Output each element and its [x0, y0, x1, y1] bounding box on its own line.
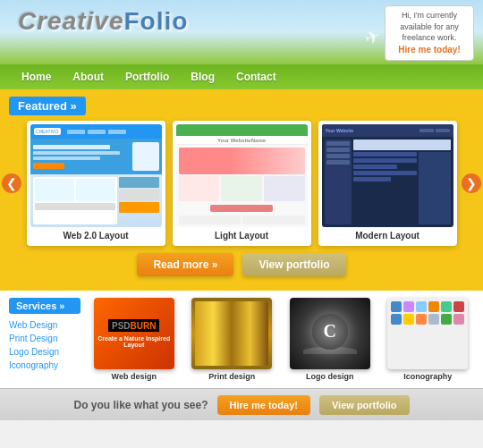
- featured-nav-right[interactable]: ❯: [462, 173, 481, 193]
- service-card-iconography[interactable]: Iconography: [382, 298, 475, 381]
- web20-hero-text: [33, 145, 130, 169]
- icon-heart: [453, 314, 464, 325]
- services-sidebar: Services » Web Design Print Design Logo …: [9, 298, 80, 381]
- service-card-webdesign[interactable]: PSDBURN Create a Nature InspiredLayout W…: [88, 298, 181, 381]
- logo-design-inner: C: [303, 314, 357, 354]
- logo: CreativeFolio: [18, 7, 188, 36]
- view-portfolio-button[interactable]: View portfolio: [242, 253, 345, 276]
- footer-bar: Do you like what you see? Hire me today!…: [0, 388, 483, 420]
- hire-link[interactable]: Hire me today!: [398, 45, 460, 55]
- light-content: [179, 176, 305, 201]
- service-item-logodesign[interactable]: Logo Design: [9, 345, 80, 359]
- view-portfolio-footer-button[interactable]: View portfolio: [319, 395, 410, 415]
- web20-logo: CREATIVO: [34, 128, 61, 135]
- footer-text: Do you like what you see?: [74, 399, 208, 411]
- m-sb2: [326, 148, 350, 152]
- icon-plus: [441, 314, 452, 325]
- modern-logo: Your Website: [326, 128, 417, 133]
- web20-nav-link2: [88, 130, 106, 134]
- logo-creative: Creative: [18, 7, 124, 35]
- light-logo-text: Your WebsiteName: [217, 138, 266, 143]
- featured-header: Featured »: [9, 97, 86, 115]
- icon-camera: [391, 301, 402, 312]
- light-logo-bar: Your WebsiteName: [176, 136, 308, 145]
- modern-title: [353, 139, 451, 150]
- logo-circle: C: [312, 314, 348, 350]
- light-cta-btn: [210, 205, 274, 212]
- icon-paypal: [391, 314, 402, 325]
- hero-img: [132, 142, 159, 171]
- nav-item-contact[interactable]: Contact: [225, 67, 287, 87]
- services-cards: PSDBURN Create a Nature InspiredLayout W…: [88, 298, 474, 381]
- psd-text: PSD: [112, 321, 131, 331]
- thumb-logodesign: C: [290, 298, 370, 369]
- featured-item-web20[interactable]: CREATIVO: [27, 121, 165, 246]
- hire-button[interactable]: Hire me today!: [217, 395, 310, 415]
- hero-line2: [33, 151, 120, 155]
- featured-section: Featured » ❮ CREATIVO: [0, 89, 483, 291]
- m-line3: [353, 165, 398, 169]
- hire-text: Hi, I'm currently available for any free…: [400, 11, 459, 42]
- preview-modern: Your Website: [322, 124, 453, 227]
- header: CreativeFolio ✈ Hi, I'm currently availa…: [0, 0, 483, 64]
- featured-items: ❮ CREATIVO: [9, 121, 474, 246]
- webdesign-label: Web design: [112, 372, 157, 381]
- web20-nav-link: [67, 130, 85, 134]
- psdburn-tagline: Create a Nature InspiredLayout: [94, 335, 174, 348]
- nav-item-blog[interactable]: Blog: [180, 67, 225, 87]
- light-col1: [179, 176, 220, 201]
- light-label: Light Layout: [176, 231, 308, 242]
- service-card-printdesign[interactable]: Print design: [186, 298, 279, 381]
- m-sb3: [326, 154, 350, 158]
- web20-main: [33, 177, 117, 224]
- burn-text: BURN: [131, 321, 157, 331]
- featured-item-light[interactable]: Your WebsiteName Light Layout: [173, 121, 311, 246]
- modern-main: [353, 139, 451, 224]
- light-col3: [264, 176, 305, 201]
- web20-hero: [30, 139, 162, 174]
- hero-line1: [33, 145, 110, 149]
- hero-line3: [33, 156, 101, 160]
- service-item-iconography[interactable]: Iconography: [9, 359, 80, 372]
- icon-music: [403, 301, 414, 312]
- icon-x: [453, 301, 464, 312]
- modern-text-col: [353, 152, 417, 224]
- modern-label: Modern Layout: [322, 231, 453, 242]
- web20-sidebar: [119, 177, 159, 224]
- modern-sidebar-items: [325, 139, 352, 166]
- web20-block1: [35, 179, 74, 201]
- icon-check: [441, 301, 452, 312]
- hire-box: Hi, I'm currently available for any free…: [385, 5, 474, 61]
- m-sb4: [326, 160, 350, 165]
- hero-btn: [33, 163, 64, 169]
- icon-rss: [416, 314, 427, 325]
- featured-nav-left[interactable]: ❮: [2, 173, 21, 193]
- logo-folio: Folio: [124, 7, 189, 35]
- icon-folder: [403, 314, 414, 325]
- icon-star: [428, 301, 439, 312]
- preview-light: Your WebsiteName: [176, 124, 308, 227]
- service-item-webdesign[interactable]: Web Design: [9, 318, 80, 332]
- printdesign-label: Print design: [208, 372, 255, 381]
- nav-item-portfolio[interactable]: Portfolio: [114, 67, 180, 87]
- services-header: Services »: [9, 298, 80, 314]
- web20-header: CREATIVO: [30, 124, 162, 139]
- read-more-button[interactable]: Read more »: [137, 253, 233, 276]
- m-line4: [353, 171, 417, 175]
- print-stripes: [191, 298, 272, 369]
- modern-nav: [419, 129, 450, 132]
- icon-chat: [416, 301, 427, 312]
- service-card-logodesign[interactable]: C Logo design: [284, 298, 377, 381]
- m-line1: [353, 152, 417, 156]
- web20-nav-links: [67, 130, 126, 134]
- light-hero: [179, 148, 305, 174]
- light-body: [176, 145, 308, 227]
- thumb-webdesign: PSDBURN Create a Nature InspiredLayout: [94, 298, 174, 369]
- modern-header-inner: Your Website: [322, 124, 453, 137]
- service-item-printdesign[interactable]: Print Design: [9, 332, 80, 345]
- featured-item-modern[interactable]: Your Website: [318, 121, 457, 246]
- nav-item-home[interactable]: Home: [11, 67, 62, 87]
- nav-item-about[interactable]: About: [62, 67, 114, 87]
- web20-block2: [76, 179, 115, 201]
- light-bottom1: [179, 216, 242, 224]
